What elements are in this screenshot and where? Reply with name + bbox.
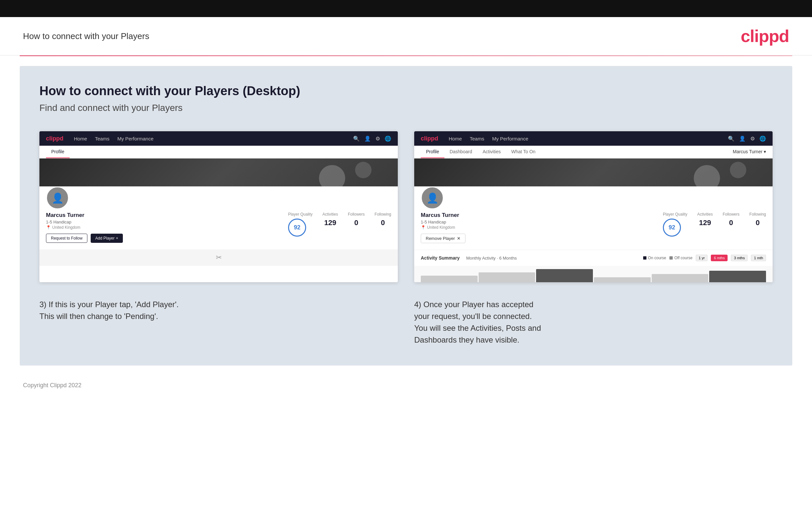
nav-teams-1[interactable]: Teams (95, 136, 109, 142)
app-logo-1: clippd (46, 135, 63, 142)
followers-value-2: 0 (723, 219, 740, 227)
screenshots-row: clippd Home Teams My Performance 🔍 👤 ⚙ 🌐… (39, 131, 773, 282)
followers-label-1: Followers (348, 212, 365, 217)
chart-bar-6 (709, 271, 766, 282)
player-handicap-2: 1-5 Handicap (421, 220, 480, 224)
stats-section-2: Player Quality 92 Activities 129 Followe… (490, 212, 766, 237)
app-nav-2: clippd Home Teams My Performance 🔍 👤 ⚙ 🌐 (414, 131, 773, 146)
followers-value-1: 0 (348, 219, 365, 227)
profile-left-1: Marcus Turner 1-5 Handicap 📍 United King… (46, 212, 123, 243)
screenshot-1: clippd Home Teams My Performance 🔍 👤 ⚙ 🌐… (39, 131, 398, 282)
scissors-icon: ✂ (216, 253, 222, 262)
search-icon-1[interactable]: 🔍 (353, 135, 360, 142)
settings-icon-2[interactable]: ⚙ (750, 135, 755, 142)
activity-header: Activity Summary Monthly Activity · 6 Mo… (421, 255, 766, 261)
player-name-2: Marcus Turner (421, 212, 480, 219)
activity-filters: On course Off course 1 yr 6 mths 3 mths … (643, 255, 766, 261)
quality-label-2: Player Quality (663, 212, 688, 217)
tab-whattoworkoon-2[interactable]: What To On (506, 146, 541, 158)
close-icon: ✕ (457, 236, 461, 241)
stat-activities-1: Activities 129 (322, 212, 338, 237)
globe-icon-1[interactable]: 🌐 (385, 135, 391, 142)
page-title: How to connect with your Players (Deskto… (39, 84, 773, 98)
filter-1yr[interactable]: 1 yr (696, 255, 708, 261)
stat-followers-2: Followers 0 (723, 212, 740, 237)
search-icon-2[interactable]: 🔍 (728, 135, 734, 142)
settings-icon-1[interactable]: ⚙ (375, 135, 380, 142)
activities-value-2: 129 (697, 219, 713, 227)
tab-bar-1: Profile (39, 146, 398, 159)
app-nav-1: clippd Home Teams My Performance 🔍 👤 ⚙ 🌐 (39, 131, 398, 146)
profile-info-1: 👤 Marcus Turner 1-5 Handicap 📍 United Ki… (39, 186, 398, 249)
player-name-1: Marcus Turner (46, 212, 123, 219)
stat-quality-2: Player Quality 92 (663, 212, 688, 237)
copyright-text: Copyright Clippd 2022 (23, 382, 82, 389)
oncourse-label: On course (648, 256, 666, 260)
activities-label-1: Activities (322, 212, 338, 217)
globe-icon-2[interactable]: 🌐 (759, 135, 766, 142)
nav-myperformance-1[interactable]: My Performance (117, 136, 153, 142)
chart-bar-2 (478, 272, 536, 282)
banner-circle-2 (355, 162, 371, 178)
user-icon-2[interactable]: 👤 (739, 135, 746, 142)
scissor-area: ✂ (39, 249, 398, 266)
filter-6mths[interactable]: 6 mths (711, 255, 727, 261)
main-content: How to connect with your Players (Deskto… (20, 66, 792, 365)
nav-icons-1: 🔍 👤 ⚙ 🌐 (353, 135, 391, 142)
screenshot-2: clippd Home Teams My Performance 🔍 👤 ⚙ 🌐… (414, 131, 773, 282)
tab-dropdown-2[interactable]: Marcus Turner ▾ (733, 146, 766, 158)
nav-home-1[interactable]: Home (74, 136, 87, 142)
quality-circle-1: 92 (288, 219, 306, 237)
profile-info-2: 👤 Marcus Turner 1-5 Handicap 📍 United Ki… (414, 186, 773, 250)
location-pin-icon-2: 📍 (421, 225, 426, 230)
stat-following-1: Following 0 (374, 212, 391, 237)
captions-row: 3) If this is your Player tap, 'Add Play… (39, 299, 773, 346)
header: How to connect with your Players clippd (0, 17, 812, 55)
quality-circle-2: 92 (663, 219, 681, 237)
following-value-1: 0 (374, 219, 391, 227)
offcourse-label: Off course (674, 256, 693, 260)
stat-following-2: Following 0 (749, 212, 766, 237)
stats-section-1: Player Quality 92 Activities 129 Followe… (133, 212, 391, 237)
chart-bar-5 (652, 274, 709, 282)
plus-icon: + (116, 236, 118, 240)
tab-dashboard-2[interactable]: Dashboard (445, 146, 477, 158)
avatar-1: 👤 (46, 186, 69, 209)
player-handicap-1: 1-5 Handicap (46, 220, 123, 224)
page-breadcrumb: How to connect with your Players (23, 31, 149, 41)
quality-label-1: Player Quality (288, 212, 313, 217)
remove-player-button[interactable]: Remove Player ✕ (421, 234, 465, 243)
chart-bar-3 (536, 269, 593, 282)
chart-bar-4 (594, 277, 651, 282)
add-player-button[interactable]: Add Player + (91, 234, 123, 243)
page-subtitle: Find and connect with your Players (39, 103, 773, 113)
caption-4: 4) Once your Player has acceptedyour req… (414, 299, 773, 346)
nav-myperformance-2[interactable]: My Performance (492, 136, 528, 142)
profile-details-1: Marcus Turner 1-5 Handicap 📍 United King… (46, 212, 391, 243)
user-icon-1[interactable]: 👤 (364, 135, 371, 142)
followers-label-2: Followers (723, 212, 740, 217)
offcourse-dot (669, 256, 673, 260)
tab-profile-2[interactable]: Profile (421, 146, 445, 158)
app-logo-2: clippd (421, 135, 438, 142)
top-dark-strip (0, 0, 812, 17)
following-label-1: Following (374, 212, 391, 217)
nav-home-2[interactable]: Home (449, 136, 462, 142)
accent-divider (20, 55, 792, 56)
legend-oncourse: On course (643, 256, 666, 260)
profile-details-2: Marcus Turner 1-5 Handicap 📍 United King… (421, 212, 766, 243)
footer: Copyright Clippd 2022 (0, 376, 812, 395)
activities-label-2: Activities (697, 212, 713, 217)
filter-3mths[interactable]: 3 mths (731, 255, 748, 261)
caption-3-text: 3) If this is your Player tap, 'Add Play… (39, 300, 179, 321)
filter-1mth[interactable]: 1 mth (751, 255, 766, 261)
tab-profile-1[interactable]: Profile (46, 146, 70, 158)
request-follow-button[interactable]: Request to Follow (46, 234, 87, 243)
tab-activities-2[interactable]: Activities (477, 146, 506, 158)
activity-period: Monthly Activity · 6 Months (466, 256, 517, 261)
activity-summary-title: Activity Summary (421, 255, 460, 261)
chart-bar-1 (421, 276, 477, 282)
nav-icons-2: 🔍 👤 ⚙ 🌐 (728, 135, 766, 142)
nav-teams-2[interactable]: Teams (470, 136, 484, 142)
following-label-2: Following (749, 212, 766, 217)
